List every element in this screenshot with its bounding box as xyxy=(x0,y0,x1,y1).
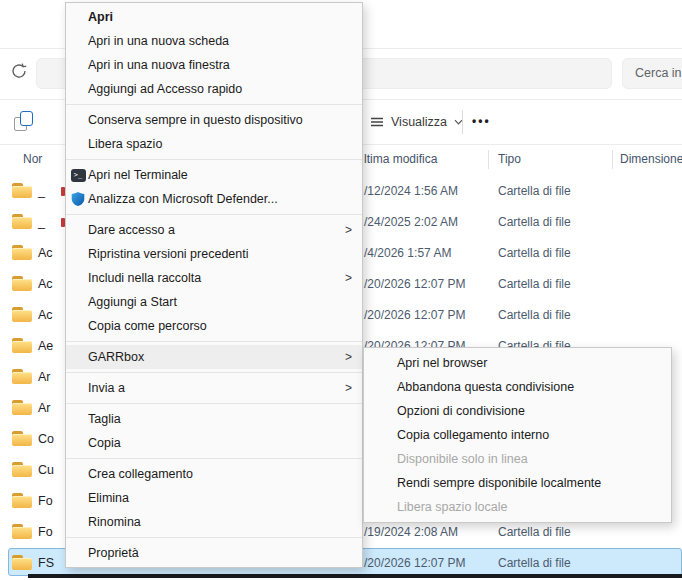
menu-separator xyxy=(66,372,362,373)
folder-icon xyxy=(12,245,32,260)
menu-item-icon-slot xyxy=(70,191,86,207)
defender-shield-icon xyxy=(70,191,86,207)
menu-item-libera-spazio[interactable]: Libera spazio xyxy=(66,132,362,156)
file-name: FS xyxy=(38,556,54,570)
column-header-size[interactable]: Dimensione xyxy=(620,152,682,166)
submenu-chevron-icon: > xyxy=(345,222,352,238)
column-header-modified[interactable]: ltima modifica xyxy=(364,152,437,166)
folder-icon xyxy=(12,431,32,446)
submenu-chevron-icon: > xyxy=(345,349,352,365)
menu-item-rinomina[interactable]: Rinomina xyxy=(66,510,362,534)
file-name: Cu xyxy=(38,463,54,477)
column-header-name[interactable]: Nor xyxy=(23,152,42,166)
submenu-item-disponibile-solo-in-linea: Disponibile solo in linea xyxy=(364,447,671,471)
file-name: Ae xyxy=(38,339,53,353)
menu-item-aggiungi-ad-accesso-rapido[interactable]: Aggiungi ad Accesso rapido xyxy=(66,77,362,101)
context-menu: ApriApri in una nuova schedaApri in una … xyxy=(65,2,363,568)
menu-item-icon-slot: >_ xyxy=(70,167,86,183)
menu-item-label: Ripristina versioni precedenti xyxy=(88,247,249,261)
menu-item-label: Dare accesso a xyxy=(88,223,175,237)
menu-item-label: Apri in una nuova scheda xyxy=(88,34,229,48)
search-input[interactable]: Cerca in xyxy=(622,58,682,89)
menu-item-label: Includi nella raccolta xyxy=(88,271,201,285)
menu-item-taglia[interactable]: Taglia xyxy=(66,407,362,431)
menu-item-elimina[interactable]: Elimina xyxy=(66,486,362,510)
menu-item-label: Libera spazio xyxy=(88,137,162,151)
menu-item-apri-in-una-nuova-scheda[interactable]: Apri in una nuova scheda xyxy=(66,29,362,53)
menu-item-dare-accesso-a[interactable]: Dare accesso a> xyxy=(66,218,362,242)
modified-date: /19/2024 2:08 AM xyxy=(364,525,458,539)
column-header-type[interactable]: Tipo xyxy=(498,152,521,166)
see-more-button[interactable]: ••• xyxy=(472,100,491,143)
modified-date: /20/2026 12:07 PM xyxy=(364,308,465,322)
file-name: Fo xyxy=(38,525,53,539)
file-name: Co xyxy=(38,432,54,446)
submenu-item-label: Apri nel browser xyxy=(397,356,487,370)
menu-separator xyxy=(66,104,362,105)
menu-separator xyxy=(66,159,362,160)
folder-icon xyxy=(12,493,32,508)
file-type: Cartella di file xyxy=(498,215,571,229)
column-divider[interactable] xyxy=(612,150,613,169)
folder-icon xyxy=(12,369,32,384)
submenu-item-opzioni-di-condivisione[interactable]: Opzioni di condivisione xyxy=(364,399,671,423)
folder-icon xyxy=(12,183,32,198)
menu-item-apri-nel-terminale[interactable]: >_Apri nel Terminale xyxy=(66,163,362,187)
menu-item-copia[interactable]: Copia xyxy=(66,431,362,455)
menu-item-label: Proprietà xyxy=(88,546,139,560)
submenu-item-label: Libera spazio locale xyxy=(397,500,508,514)
folder-icon xyxy=(12,462,32,477)
folder-icon xyxy=(12,524,32,539)
menu-item-crea-collegamento[interactable]: Crea collegamento xyxy=(66,462,362,486)
refresh-button[interactable] xyxy=(9,61,29,81)
menu-item-analizza-con-microsoft-defender[interactable]: Analizza con Microsoft Defender... xyxy=(66,187,362,211)
folder-icon xyxy=(12,214,32,229)
menu-item-ripristina-versioni-precedenti[interactable]: Ripristina versioni precedenti xyxy=(66,242,362,266)
menu-item-includi-nella-raccolta[interactable]: Includi nella raccolta> xyxy=(66,266,362,290)
copy-button[interactable] xyxy=(14,111,34,132)
file-type: Cartella di file xyxy=(498,308,571,322)
file-type: Cartella di file xyxy=(498,184,571,198)
file-type: Cartella di file xyxy=(498,277,571,291)
modified-date: /4/2026 1:57 AM xyxy=(364,246,451,260)
submenu-item-apri-nel-browser[interactable]: Apri nel browser xyxy=(364,351,671,375)
menu-item-label: Rinomina xyxy=(88,515,141,529)
folder-icon xyxy=(12,338,32,353)
terminal-icon: >_ xyxy=(71,169,86,182)
submenu-item-label: Rendi sempre disponibile localmente xyxy=(397,476,601,490)
menu-item-label: Aggiungi ad Accesso rapido xyxy=(88,82,242,96)
menu-item-label: Taglia xyxy=(88,412,121,426)
folder-icon xyxy=(12,276,32,291)
menu-item-label: Apri nel Terminale xyxy=(88,168,188,182)
file-explorer-window: Cerca in Visualizza ••• Nor ltima modifi… xyxy=(0,0,682,580)
menu-item-label: Aggiungi a Start xyxy=(88,295,177,309)
view-button[interactable]: Visualizza xyxy=(362,100,471,143)
menu-item-label: Invia a xyxy=(88,381,125,395)
menu-separator xyxy=(66,537,362,538)
menu-item-copia-come-percorso[interactable]: Copia come percorso xyxy=(66,314,362,338)
column-divider[interactable] xyxy=(488,150,489,169)
menu-item-conserva-sempre-in-questo-dispositivo[interactable]: Conserva sempre in questo dispositivo xyxy=(66,108,362,132)
submenu-item-libera-spazio-locale: Libera spazio locale xyxy=(364,495,671,519)
file-name: _ xyxy=(38,215,45,229)
submenu-item-label: Abbandona questa condivisione xyxy=(397,380,574,394)
modified-date: /20/2026 12:07 PM xyxy=(364,556,465,570)
file-name: Ar xyxy=(38,401,51,415)
submenu-chevron-icon: > xyxy=(345,270,352,286)
menu-separator xyxy=(66,214,362,215)
menu-item-apri-in-una-nuova-finestra[interactable]: Apri in una nuova finestra xyxy=(66,53,362,77)
menu-item-label: Copia come percorso xyxy=(88,319,207,333)
menu-item-invia-a[interactable]: Invia a> xyxy=(66,376,362,400)
submenu-item-abbandona-questa-condivisione[interactable]: Abbandona questa condivisione xyxy=(364,375,671,399)
submenu-item-rendi-sempre-disponibile-localmente[interactable]: Rendi sempre disponibile localmente xyxy=(364,471,671,495)
menu-item-apri[interactable]: Apri xyxy=(66,5,362,29)
menu-item-label: Analizza con Microsoft Defender... xyxy=(88,192,278,206)
menu-item-label: Crea collegamento xyxy=(88,467,193,481)
menu-item-propriet[interactable]: Proprietà xyxy=(66,541,362,565)
menu-item-label: Apri in una nuova finestra xyxy=(88,58,230,72)
menu-item-garrbox[interactable]: GARRbox> xyxy=(66,345,362,369)
menu-item-aggiungi-a-start[interactable]: Aggiungi a Start xyxy=(66,290,362,314)
submenu-item-copia-collegamento-interno[interactable]: Copia collegamento interno xyxy=(364,423,671,447)
view-button-label: Visualizza xyxy=(391,115,447,129)
folder-icon xyxy=(12,400,32,415)
